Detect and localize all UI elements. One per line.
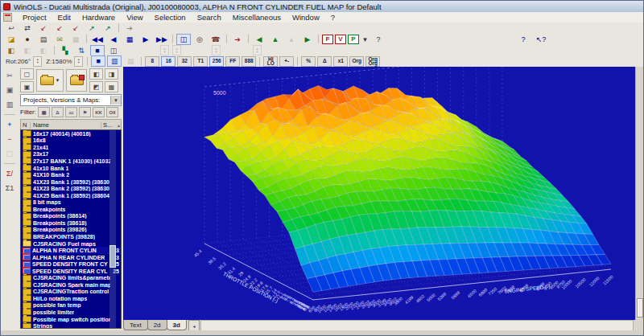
last-map-icon[interactable]: ▶▶ xyxy=(155,34,169,45)
new-version-icon[interactable]: + xyxy=(2,119,17,130)
list-item[interactable]: 41X23 Bank 2 (38592) (38630 xyxy=(21,185,121,192)
tab-text[interactable]: Text xyxy=(123,320,148,330)
zoom-spinner[interactable]: ▲ ▼ xyxy=(74,56,83,67)
org-org-button[interactable]: Org Org xyxy=(365,56,380,67)
sigma-slash-icon[interactable]: Σ/ xyxy=(1,168,19,179)
phone-icon[interactable]: ☎ xyxy=(208,34,223,45)
list-item[interactable]: Hi/Lo notation maps xyxy=(21,295,121,302)
swap-arrows-icon[interactable]: ⇄ xyxy=(20,23,35,34)
solid-view-icon[interactable]: ■ xyxy=(90,45,105,56)
menu-miscellaneous[interactable]: Miscellaneous xyxy=(227,13,287,22)
list-item[interactable]: Strings xyxy=(21,322,121,329)
sigma-one-icon[interactable]: Σ1 xyxy=(1,182,19,194)
menu-[interactable]: ? xyxy=(325,13,341,22)
chart-hscrollbar[interactable] xyxy=(200,320,634,331)
panel-mode-select[interactable]: Projects, Versions & Maps: ▼ xyxy=(20,94,122,106)
percent-button[interactable]: % xyxy=(301,56,316,67)
compare-icon[interactable]: ▚ xyxy=(58,45,72,56)
delta-button[interactable]: Δ xyxy=(317,56,332,67)
dec-display-button[interactable]: 256 xyxy=(209,56,224,67)
chart-vscrollbar[interactable] xyxy=(635,67,644,320)
list-item[interactable]: 21x41 xyxy=(21,144,121,151)
list-item[interactable]: CJSRACING Fuel maps xyxy=(21,240,121,248)
new-project-icon[interactable]: ◪ xyxy=(4,34,19,45)
menu-project[interactable]: Project xyxy=(17,13,52,22)
width-text-button[interactable]: T1 xyxy=(193,56,208,67)
copy-icon[interactable]: ▣ xyxy=(2,84,17,96)
list-item[interactable]: 41X10 Bank 2 xyxy=(21,171,121,178)
menu-search[interactable]: Search xyxy=(192,13,227,22)
rotation-spinner[interactable]: ▲ ▼ xyxy=(33,56,42,67)
width-16bit-button[interactable]: 16 xyxy=(161,56,175,67)
window-dropdown-icon[interactable]: ▾ xyxy=(361,34,369,45)
preview-icon[interactable]: ◎ xyxy=(192,34,207,45)
list-item[interactable]: Breakpoints (38614) xyxy=(21,213,121,220)
print-icon[interactable]: ▤ xyxy=(36,34,51,45)
hex-display-button[interactable]: FF xyxy=(225,56,240,67)
filter-delta-button[interactable]: Δ xyxy=(52,107,64,117)
v-window-icon[interactable]: V xyxy=(335,35,346,44)
menu-window[interactable]: Window xyxy=(287,13,325,22)
p-window-icon[interactable]: P xyxy=(348,35,359,44)
view-columns-icon[interactable]: ▥ xyxy=(107,55,122,67)
paste-icon[interactable]: ▥ xyxy=(2,99,17,110)
list-item[interactable]: 41X25 Bank 1 (38592) (38604 xyxy=(21,192,121,199)
list-scrollbar[interactable] xyxy=(109,130,116,328)
col-id[interactable]: N xyxy=(21,121,31,129)
doc-edit-button[interactable]: ◨ xyxy=(105,68,118,80)
open-project-button[interactable]: ▼ xyxy=(36,69,64,92)
checksum-red2-icon[interactable]: ↙ xyxy=(52,23,67,34)
next-map-icon[interactable]: ▶ xyxy=(138,34,153,45)
chart-vscrollbar-thumb[interactable] xyxy=(637,298,643,318)
split-view-icon[interactable]: ◫ xyxy=(176,34,191,45)
filter-flag-button[interactable]: ⚑ xyxy=(79,107,91,117)
filter-hex-button[interactable]: ▦ xyxy=(38,107,50,117)
list-item[interactable]: 41x10 Bank 1 xyxy=(21,165,121,172)
pane-icon[interactable]: ◫ xyxy=(106,45,121,56)
list-item[interactable]: CJSRACINGTraction control (3 xyxy=(21,289,121,296)
list-item[interactable]: Breakpoints xyxy=(21,206,121,213)
f-window-icon[interactable]: F xyxy=(322,35,333,44)
undo-icon[interactable]: ↩ xyxy=(4,23,19,34)
new-doc-button[interactable]: ▢ xyxy=(20,68,34,80)
list-item[interactable]: ALPHA N REAR CYLINDER23 xyxy=(21,254,121,261)
hilo-button[interactable]: HI LO xyxy=(263,56,278,67)
list-item[interactable]: ALPHA N FRONT CYLIN23 xyxy=(21,247,121,254)
checksum-red1-icon[interactable]: ↙ xyxy=(36,23,51,34)
delete-version-icon[interactable]: − xyxy=(2,133,17,145)
help-icon[interactable]: ? xyxy=(371,34,386,45)
col-size[interactable]: S... xyxy=(101,121,118,129)
prev-map-icon[interactable]: ◀ xyxy=(106,34,121,45)
map-3d-view[interactable]: 5000600800100011991400160218002000220024… xyxy=(123,67,635,320)
save-button[interactable]: ▣ xyxy=(20,81,34,92)
tab-3d[interactable]: 3d xyxy=(167,320,187,330)
import-icon[interactable]: ✉ xyxy=(52,34,67,45)
menu-view[interactable]: View xyxy=(121,13,148,22)
map-edit-icon[interactable]: ◧ xyxy=(4,45,19,56)
tab-scroll-left-button[interactable]: ◂ xyxy=(188,320,200,331)
open-recent-button[interactable] xyxy=(66,69,87,92)
context-help-icon[interactable]: ? xyxy=(516,34,530,45)
list-header[interactable]: N Name S... ▴ xyxy=(20,119,122,130)
checksum-green1-icon[interactable]: ↗ xyxy=(85,23,99,34)
checksum-green2-icon[interactable]: ↗ xyxy=(101,23,115,34)
forward-icon[interactable]: ▶ xyxy=(300,34,315,45)
view-3d-icon[interactable]: ■ xyxy=(91,55,105,67)
menu-hardware[interactable]: Hardware xyxy=(76,13,121,22)
sort-icon[interactable]: ⇅ xyxy=(74,45,89,56)
width-32bit-button[interactable]: 32 xyxy=(177,56,192,67)
doc-prev-button[interactable]: ◧ xyxy=(89,68,103,80)
surface-plot[interactable]: 5000600800100011991400160218002000220024… xyxy=(123,67,635,320)
list-item[interactable]: Breakpoints (38618) xyxy=(21,219,121,227)
doc-grid-button[interactable]: ▦ xyxy=(105,81,118,92)
list-item[interactable]: 8 bit maps xyxy=(21,199,121,206)
list-item[interactable]: 27x17 BANK 1 (41030) (41032 xyxy=(21,158,121,165)
list-item[interactable]: SPEED DENSITY FRONT CY25 xyxy=(21,260,121,268)
whats-this-icon[interactable]: ↖? xyxy=(532,34,550,45)
window-titlebar[interactable]: WinOLS - Ducati Multistrada (Original), … xyxy=(1,1,643,12)
cut-icon[interactable]: ✂ xyxy=(2,70,17,81)
list-item[interactable]: 23x17 xyxy=(21,151,121,158)
col-name[interactable]: Name xyxy=(31,121,101,129)
apply-arrow-icon[interactable]: ➔ xyxy=(122,23,137,34)
list-item[interactable]: BREAKPOINTS (39828) xyxy=(21,233,121,240)
